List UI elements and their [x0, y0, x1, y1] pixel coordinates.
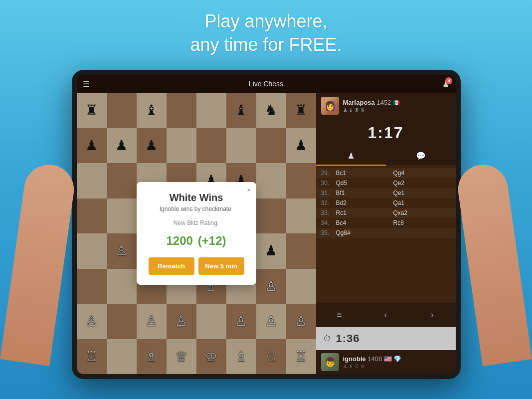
current-player-timer: 1:36	[336, 332, 360, 345]
move-black: Qa1	[393, 200, 451, 206]
move-white: Qg8#	[336, 229, 393, 236]
move-white: Rc1	[336, 209, 393, 216]
table-row[interactable]: 31. Bf1 Qe1	[316, 188, 456, 198]
tab-moves[interactable]: ♟	[316, 147, 386, 166]
moves-list: 29. Bc1 Qg4 30. Qd5 Qe2 31. Bf1 Qe1 32. …	[316, 166, 456, 240]
move-number: 29.	[321, 170, 336, 177]
move-white: Bd2	[336, 200, 393, 206]
move-number: 32.	[321, 200, 336, 206]
table-row[interactable]: 32. Bd2 Qa1	[316, 198, 456, 208]
move-number: 35.	[321, 229, 336, 236]
opponent-info: 👩 Mariaposa 1452 🇲🇽 ♟ ♝ ♜ ♛	[316, 93, 456, 119]
timer-icon: ⏱	[323, 334, 331, 343]
current-player-avatar: 👦	[321, 353, 339, 371]
nav-buttons: ≡ ‹ ›	[316, 303, 456, 327]
hero-text: Play anywhere, any time for FREE.	[0, 10, 532, 57]
hero-line1: Play anywhere,	[0, 10, 532, 33]
next-move-button[interactable]: ›	[409, 303, 455, 327]
menu-icon[interactable]: ☰	[83, 79, 90, 89]
current-player-timer-box: ⏱ 1:36	[316, 327, 456, 350]
modal-close-button[interactable]: ×	[247, 186, 251, 194]
opponent-pieces: ♟ ♝ ♜ ♛	[343, 107, 451, 113]
rematch-button[interactable]: Rematch	[149, 257, 194, 275]
move-black: Qe2	[393, 180, 451, 187]
opponent-name: Mariaposa 1452 🇲🇽	[343, 99, 451, 106]
modal-title: White Wins	[149, 192, 244, 203]
opponent-timer: 1:17	[321, 124, 451, 142]
move-black: Qxa2	[393, 209, 451, 216]
move-number: 34.	[321, 219, 336, 226]
current-player-info: 👦 ignoble 1408 🇺🇸 💎 ♙ ♗ ♖ ♕	[316, 350, 456, 374]
modal-subtitle: Ignoble wins by checkmate.	[149, 205, 244, 212]
rating-value: 1200	[166, 234, 192, 247]
notification-badge: 4	[445, 77, 452, 84]
move-white: Bc1	[336, 170, 393, 177]
prev-move-button[interactable]: ‹	[362, 303, 409, 327]
hero-line2: any time for FREE.	[0, 33, 532, 57]
table-row[interactable]: 33. Rc1 Qxa2	[316, 208, 456, 218]
table-row[interactable]: 34. Bc4 Rc8	[316, 218, 456, 228]
move-number: 31.	[321, 190, 336, 197]
rating-label: New Blitz Rating:	[149, 219, 244, 226]
current-player-pieces: ♙ ♗ ♖ ♕	[343, 364, 451, 369]
opponent-timer-box: 1:17	[316, 119, 456, 147]
move-white: Bc4	[336, 219, 393, 226]
moves-tabs: ♟ 💬	[316, 147, 456, 166]
moves-panel: 29. Bc1 Qg4 30. Qd5 Qe2 31. Bf1 Qe1 32. …	[316, 166, 456, 303]
right-panel: 👩 Mariaposa 1452 🇲🇽 ♟ ♝ ♜ ♛ 1:17	[316, 93, 456, 374]
move-white: Qd5	[336, 180, 393, 187]
tablet-screen: ☰ Live Chess ♟ 4 ♜♝♝♞♜♟♟♟♟♟♟♟♛♙♗♟♗♙♙♙♙♙♙…	[77, 75, 456, 374]
app-title: Live Chess	[249, 80, 283, 88]
table-row[interactable]: 29. Bc1 Qg4	[316, 168, 456, 178]
tablet: ☰ Live Chess ♟ 4 ♜♝♝♞♜♟♟♟♟♟♟♟♛♙♗♟♗♙♙♙♙♙♙…	[72, 70, 461, 379]
move-number: 30.	[321, 180, 336, 187]
main-content: ♜♝♝♞♜♟♟♟♟♟♟♟♛♙♗♟♗♙♙♙♙♙♙♙♖♗♕♔♗♘♖ × White …	[77, 93, 456, 374]
opponent-details: Mariaposa 1452 🇲🇽 ♟ ♝ ♜ ♛	[343, 99, 451, 113]
tab-chat[interactable]: 💬	[386, 147, 456, 166]
moves-list-button[interactable]: ≡	[316, 303, 362, 327]
move-number: 33.	[321, 209, 336, 216]
current-player-name: ignoble 1408 🇺🇸 💎	[343, 355, 451, 363]
move-white: Bf1	[336, 190, 393, 197]
notification-icon[interactable]: ♟ 4	[442, 79, 449, 89]
move-black: Rc8	[393, 219, 451, 226]
game-result-modal: × White Wins Ignoble wins by checkmate. …	[137, 182, 256, 285]
table-row[interactable]: 30. Qd5 Qe2	[316, 178, 456, 188]
move-black: Qe1	[393, 190, 451, 197]
modal-overlay: × White Wins Ignoble wins by checkmate. …	[77, 93, 316, 374]
rating-change: (+12)	[198, 234, 226, 247]
current-player-details: ignoble 1408 🇺🇸 💎 ♙ ♗ ♖ ♕	[343, 355, 451, 369]
board-area: ♜♝♝♞♜♟♟♟♟♟♟♟♛♙♗♟♗♙♙♙♙♙♙♙♖♗♕♔♗♘♖ × White …	[77, 93, 316, 374]
opponent-avatar: 👩	[321, 97, 339, 115]
modal-buttons: Rematch New 5 min	[149, 257, 244, 275]
app-header: ☰ Live Chess ♟ 4	[77, 75, 456, 93]
move-black: Qg4	[393, 170, 451, 177]
new-game-button[interactable]: New 5 min	[198, 257, 244, 275]
table-row[interactable]: 35. Qg8#	[316, 228, 456, 238]
new-rating: 1200 (+12)	[149, 228, 244, 249]
